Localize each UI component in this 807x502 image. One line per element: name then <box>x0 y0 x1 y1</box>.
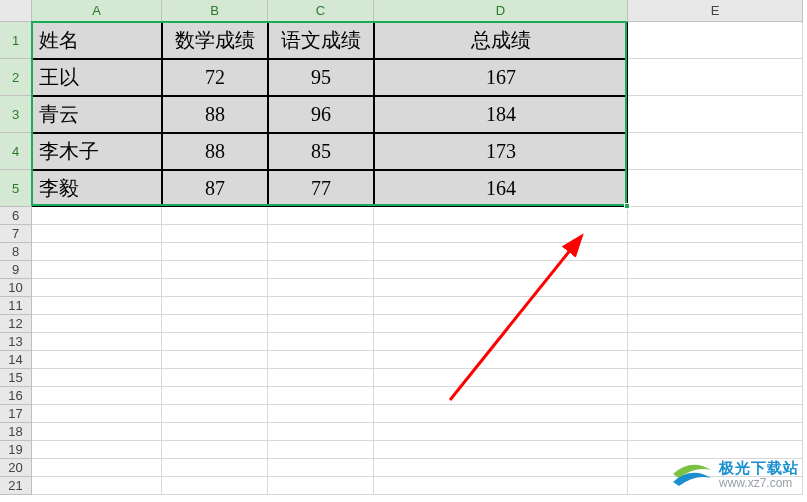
cell[interactable] <box>374 405 628 423</box>
table-value-cell[interactable]: 72 <box>162 59 268 96</box>
table-value-cell[interactable]: 77 <box>268 170 374 207</box>
cell[interactable] <box>374 333 628 351</box>
fill-handle[interactable] <box>624 203 630 209</box>
table-value-cell[interactable]: 164 <box>374 170 628 207</box>
cell[interactable] <box>32 369 162 387</box>
cell[interactable] <box>162 261 268 279</box>
cell[interactable] <box>628 279 803 297</box>
row-header-21[interactable]: 21 <box>0 477 32 495</box>
column-header-b[interactable]: B <box>162 0 268 22</box>
cell[interactable] <box>32 387 162 405</box>
cell[interactable] <box>268 261 374 279</box>
cell[interactable] <box>374 441 628 459</box>
row-header-15[interactable]: 15 <box>0 369 32 387</box>
cell[interactable] <box>374 315 628 333</box>
cell[interactable] <box>32 243 162 261</box>
column-header-d[interactable]: D <box>374 0 628 22</box>
cell[interactable] <box>628 297 803 315</box>
cell[interactable] <box>628 59 803 96</box>
cell[interactable] <box>32 225 162 243</box>
cell[interactable] <box>628 133 803 170</box>
cell[interactable] <box>628 207 803 225</box>
row-header-14[interactable]: 14 <box>0 351 32 369</box>
cell[interactable] <box>162 477 268 495</box>
cell[interactable] <box>162 369 268 387</box>
cell[interactable] <box>32 423 162 441</box>
row-header-10[interactable]: 10 <box>0 279 32 297</box>
cell[interactable] <box>374 351 628 369</box>
row-header-2[interactable]: 2 <box>0 59 32 96</box>
cell[interactable] <box>628 351 803 369</box>
cell[interactable] <box>374 225 628 243</box>
cell[interactable] <box>268 297 374 315</box>
table-value-cell[interactable]: 87 <box>162 170 268 207</box>
cell[interactable] <box>268 225 374 243</box>
column-header-e[interactable]: E <box>628 0 803 22</box>
cell[interactable] <box>268 279 374 297</box>
cell[interactable] <box>374 369 628 387</box>
table-header-cell[interactable]: 姓名 <box>32 22 162 59</box>
cell[interactable] <box>628 96 803 133</box>
table-value-cell[interactable]: 88 <box>162 96 268 133</box>
cell[interactable] <box>268 333 374 351</box>
cell[interactable] <box>32 315 162 333</box>
cell[interactable] <box>628 315 803 333</box>
row-header-4[interactable]: 4 <box>0 133 32 170</box>
cell[interactable] <box>162 441 268 459</box>
cell[interactable] <box>628 369 803 387</box>
cell[interactable] <box>32 207 162 225</box>
table-header-cell[interactable]: 总成绩 <box>374 22 628 59</box>
cell[interactable] <box>268 423 374 441</box>
row-header-13[interactable]: 13 <box>0 333 32 351</box>
cell[interactable] <box>162 405 268 423</box>
cell[interactable] <box>162 423 268 441</box>
cell[interactable] <box>628 423 803 441</box>
table-value-cell[interactable]: 95 <box>268 59 374 96</box>
cell[interactable] <box>628 261 803 279</box>
table-value-cell[interactable]: 85 <box>268 133 374 170</box>
cell[interactable] <box>268 369 374 387</box>
row-header-9[interactable]: 9 <box>0 261 32 279</box>
cell[interactable] <box>628 405 803 423</box>
cell[interactable] <box>268 459 374 477</box>
cell[interactable] <box>162 351 268 369</box>
cell[interactable] <box>162 459 268 477</box>
column-header-c[interactable]: C <box>268 0 374 22</box>
row-header-20[interactable]: 20 <box>0 459 32 477</box>
cell[interactable] <box>32 333 162 351</box>
cell[interactable] <box>374 261 628 279</box>
row-header-8[interactable]: 8 <box>0 243 32 261</box>
cell[interactable] <box>268 477 374 495</box>
cell[interactable] <box>268 351 374 369</box>
cell[interactable] <box>268 243 374 261</box>
cell[interactable] <box>162 297 268 315</box>
cell[interactable] <box>268 387 374 405</box>
cell[interactable] <box>162 333 268 351</box>
row-header-19[interactable]: 19 <box>0 441 32 459</box>
table-value-cell[interactable]: 88 <box>162 133 268 170</box>
cell[interactable] <box>162 315 268 333</box>
cell[interactable] <box>32 279 162 297</box>
cell[interactable] <box>32 459 162 477</box>
cell[interactable] <box>32 351 162 369</box>
cell[interactable] <box>268 207 374 225</box>
table-value-cell[interactable]: 173 <box>374 133 628 170</box>
table-name-cell[interactable]: 王以 <box>32 59 162 96</box>
row-header-3[interactable]: 3 <box>0 96 32 133</box>
row-header-1[interactable]: 1 <box>0 22 32 59</box>
table-name-cell[interactable]: 李木子 <box>32 133 162 170</box>
column-header-a[interactable]: A <box>32 0 162 22</box>
table-name-cell[interactable]: 青云 <box>32 96 162 133</box>
table-value-cell[interactable]: 167 <box>374 59 628 96</box>
cell[interactable] <box>268 315 374 333</box>
cell[interactable] <box>628 333 803 351</box>
table-header-cell[interactable]: 数学成绩 <box>162 22 268 59</box>
row-header-17[interactable]: 17 <box>0 405 32 423</box>
cell[interactable] <box>162 279 268 297</box>
row-header-12[interactable]: 12 <box>0 315 32 333</box>
cell[interactable] <box>374 207 628 225</box>
row-header-5[interactable]: 5 <box>0 170 32 207</box>
row-header-11[interactable]: 11 <box>0 297 32 315</box>
row-header-6[interactable]: 6 <box>0 207 32 225</box>
cell[interactable] <box>374 297 628 315</box>
